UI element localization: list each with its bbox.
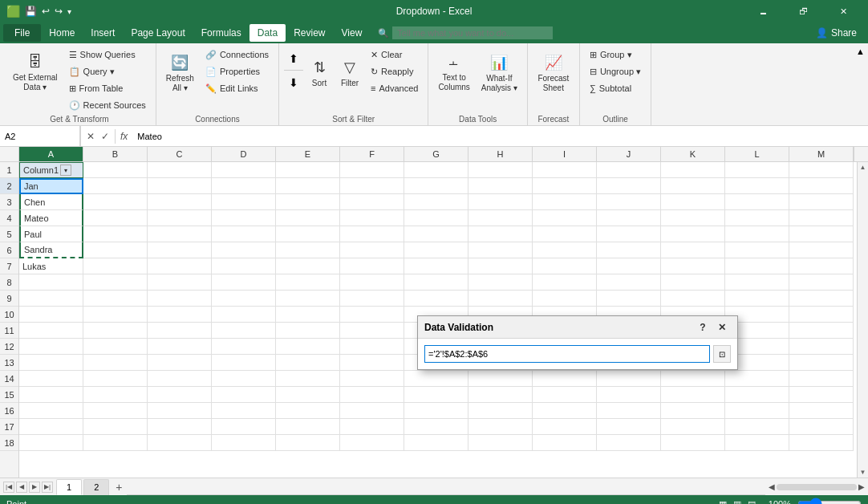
- database-icon: 🗄: [28, 54, 43, 71]
- zoom-slider[interactable]: [797, 498, 862, 504]
- query-icon: 📋: [69, 67, 80, 77]
- recent-icon: 🕐: [69, 100, 80, 111]
- forecast-icon: 📈: [545, 54, 562, 71]
- quick-undo-icon[interactable]: ↩: [42, 6, 50, 17]
- ribbon-group-get-transform: 🗄 Get ExternalData ▾ ☰ Show Queries 📋 Qu…: [3, 43, 156, 125]
- formula-input[interactable]: [132, 130, 868, 143]
- show-queries-button[interactable]: ☰ Show Queries: [64, 47, 151, 63]
- ungroup-icon: ⊟: [590, 67, 597, 77]
- cancel-formula-button[interactable]: ✕: [84, 129, 97, 144]
- text-columns-icon: ⫠: [447, 54, 461, 71]
- what-if-icon: 📊: [490, 54, 508, 71]
- get-transform-label: Get & Transform: [50, 115, 108, 124]
- sheet-last-button[interactable]: ▶|: [42, 482, 53, 493]
- view-normal-icon[interactable]: ▦: [719, 499, 727, 505]
- filter-button[interactable]: ▽ Filter: [335, 47, 364, 100]
- connections-label: Connections: [195, 115, 240, 124]
- sheet-next-button[interactable]: ▶: [29, 482, 40, 493]
- window-title: Dropdown - Excel: [396, 6, 473, 17]
- forecast-sheet-button[interactable]: 📈 ForecastSheet: [533, 47, 574, 100]
- data-tools-label: Data Tools: [459, 115, 497, 124]
- view-page-icon[interactable]: ▤: [748, 499, 756, 505]
- excel-logo-icon: 🟩: [6, 5, 20, 18]
- title-bar-controls: 🗕 🗗 ✕: [744, 0, 862, 22]
- connections-icon: 🔗: [205, 50, 217, 60]
- dialog-close-button[interactable]: ✕: [713, 319, 731, 336]
- view-layout-icon[interactable]: ▥: [733, 499, 741, 505]
- properties-button[interactable]: 📄 Properties: [201, 63, 274, 79]
- ribbon-group-sort-filter: ⬆ ⬇ ⇅ Sort ▽ Filter ✕ Clear ↻: [279, 43, 428, 125]
- dialog-overlay: Data Validation ? ✕ ⊡: [0, 147, 868, 478]
- sheet-prev-button[interactable]: ◀: [16, 482, 27, 493]
- get-external-data-button[interactable]: 🗄 Get ExternalData ▾: [8, 47, 63, 100]
- new-query-button[interactable]: 📋 Query ▾: [64, 63, 151, 79]
- quick-redo-icon[interactable]: ↪: [55, 6, 63, 17]
- data-validation-dialog: Data Validation ? ✕ ⊡: [417, 315, 738, 370]
- maximize-button[interactable]: 🗗: [785, 0, 821, 22]
- customize-icon[interactable]: ▾: [67, 7, 71, 16]
- share-button[interactable]: 👤 Share: [808, 24, 865, 42]
- collapse-range-icon: ⊡: [719, 350, 725, 359]
- minimize-button[interactable]: 🗕: [744, 0, 781, 22]
- status-text: Point: [6, 499, 26, 504]
- dialog-help-button[interactable]: ?: [694, 319, 712, 336]
- scroll-left-icon[interactable]: ◀: [769, 482, 775, 491]
- quick-save-icon[interactable]: 💾: [25, 6, 37, 17]
- sort-asc-button[interactable]: ⬆: [284, 47, 303, 71]
- ribbon-group-forecast: 📈 ForecastSheet Forecast: [528, 43, 580, 125]
- close-button[interactable]: ✕: [825, 0, 862, 22]
- menu-insert[interactable]: Insert: [83, 24, 123, 42]
- confirm-formula-button[interactable]: ✓: [99, 129, 112, 144]
- subtotal-button[interactable]: ∑ Subtotal: [585, 80, 646, 96]
- collapse-dialog-button[interactable]: ⊡: [713, 345, 731, 363]
- menu-view[interactable]: View: [334, 24, 371, 42]
- status-bar: Point ▦ ▥ ▤ 100%: [0, 495, 868, 504]
- formula-bar: A2 ✕ ✓ fx: [0, 126, 868, 147]
- dialog-formula-input[interactable]: [424, 345, 710, 363]
- name-box[interactable]: A2: [0, 126, 80, 146]
- text-to-columns-button[interactable]: ⫠ Text toColumns: [433, 47, 474, 100]
- sort-desc-button[interactable]: ⬇: [284, 71, 303, 95]
- menu-home[interactable]: Home: [41, 24, 83, 42]
- sheet-tab-bar: |◀ ◀ ▶ ▶| 1 2 + ◀ ▶: [0, 478, 868, 495]
- forecast-label: Forecast: [537, 115, 569, 124]
- outline-label: Outline: [602, 115, 628, 124]
- add-sheet-button[interactable]: +: [111, 479, 127, 495]
- ungroup-button[interactable]: ⊟ Ungroup ▾: [585, 63, 646, 79]
- menu-review[interactable]: Review: [286, 24, 333, 42]
- group-button[interactable]: ⊞ Group ▾: [585, 47, 646, 63]
- connections-button[interactable]: 🔗 Connections: [201, 47, 274, 63]
- dialog-title: Data Validation: [424, 322, 493, 333]
- zoom-level: 100%: [769, 499, 791, 504]
- reapply-button[interactable]: ↻ Reapply: [366, 63, 423, 79]
- ribbon-group-connections: 🔄 RefreshAll ▾ 🔗 Connections 📄 Propertie…: [156, 43, 279, 125]
- collapse-icon: ▲: [856, 47, 865, 56]
- collapse-ribbon-button[interactable]: ▲: [856, 47, 865, 56]
- from-table-button[interactable]: ⊞ From Table: [64, 80, 151, 96]
- menu-data[interactable]: Data: [249, 24, 286, 42]
- sheet-first-button[interactable]: |◀: [3, 482, 14, 493]
- refresh-all-button[interactable]: 🔄 RefreshAll ▾: [161, 47, 199, 100]
- advanced-icon: ≡: [371, 83, 375, 93]
- horizontal-scrollbar[interactable]: ◀ ▶: [765, 482, 868, 491]
- dialog-titlebar: Data Validation ? ✕: [418, 316, 737, 339]
- advanced-button[interactable]: ≡ Advanced: [366, 80, 423, 96]
- ribbon-group-outline: ⊞ Group ▾ ⊟ Ungroup ▾ ∑ Subtotal Outline: [580, 43, 651, 125]
- sheet-tab-2[interactable]: 2: [83, 479, 109, 495]
- menu-file[interactable]: File: [3, 24, 41, 42]
- sort-asc-icon: ⬆: [289, 52, 298, 65]
- edit-links-button[interactable]: ✏️ Edit Links: [201, 80, 274, 96]
- clear-button[interactable]: ✕ Clear: [366, 47, 423, 63]
- table-icon: ⊞: [69, 83, 76, 94]
- sort-button[interactable]: ⇅ Sort: [305, 47, 334, 100]
- what-if-button[interactable]: 📊 What-IfAnalysis ▾: [477, 47, 522, 100]
- recent-sources-button[interactable]: 🕐 Recent Sources: [64, 97, 151, 113]
- menu-formulas[interactable]: Formulas: [193, 24, 249, 42]
- menu-page-layout[interactable]: Page Layout: [123, 24, 193, 42]
- reapply-icon: ↻: [371, 67, 378, 77]
- menu-bar: File Home Insert Page Layout Formulas Da…: [0, 22, 868, 43]
- title-bar: 🟩 💾 ↩ ↪ ▾ Dropdown - Excel 🗕 🗗 ✕: [0, 0, 868, 22]
- search-input[interactable]: [392, 26, 553, 39]
- sheet-tab-1[interactable]: 1: [56, 479, 82, 495]
- scroll-right-icon[interactable]: ▶: [858, 482, 865, 491]
